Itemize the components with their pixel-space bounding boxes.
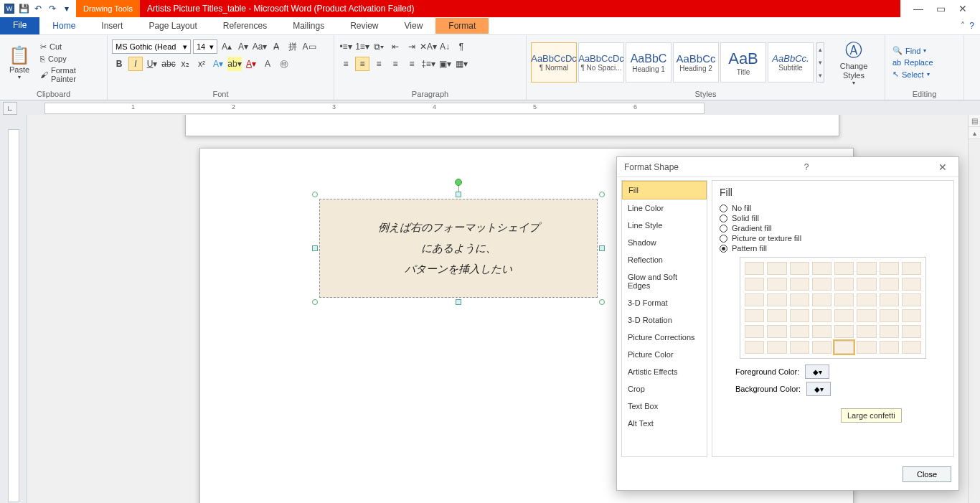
pattern-swatch[interactable] [790,341,809,354]
pattern-swatch[interactable] [767,325,786,338]
radio-gradient-fill[interactable]: Gradient fill [720,224,946,232]
redo-icon[interactable]: ↷ [47,4,57,14]
horizontal-ruler[interactable]: 1 2 3 4 5 6 [44,103,705,114]
italic-button[interactable]: I [128,57,143,71]
highlight-icon[interactable]: ab▾ [227,57,242,71]
line-spacing-icon[interactable]: ‡≡▾ [421,57,435,71]
pattern-swatch[interactable] [880,341,899,354]
tab-insert[interactable]: Insert [88,18,136,34]
find-button[interactable]: 🔍Find▾ [890,45,936,56]
replace-button[interactable]: abReplace [890,57,936,67]
pattern-swatch[interactable] [857,309,876,322]
pattern-swatch[interactable] [767,262,786,275]
pattern-swatch[interactable] [767,309,786,322]
superscript-button[interactable]: x² [194,57,209,71]
pattern-swatch[interactable] [857,293,876,306]
font-size-combo[interactable]: 14▾ [193,39,217,54]
pattern-swatch[interactable] [834,278,854,291]
file-tab[interactable]: File [0,17,39,34]
nav-fill[interactable]: Fill [622,181,707,199]
pattern-swatch[interactable] [902,293,921,306]
tab-view[interactable]: View [392,18,436,34]
resize-handle-n[interactable] [456,192,461,197]
nav-shadow[interactable]: Shadow [622,234,707,251]
close-button[interactable]: Close [903,466,951,482]
pattern-swatch[interactable] [902,341,921,354]
grow-font-icon[interactable]: A▴ [220,39,234,54]
justify-icon[interactable]: ≡ [388,57,402,71]
tab-review[interactable]: Review [337,18,391,34]
pattern-swatch[interactable] [857,341,876,354]
font-name-combo[interactable]: MS Gothic (Head▾ [112,39,191,54]
change-case-icon[interactable]: Aa▾ [253,39,267,54]
vertical-scrollbar[interactable]: ▤ ▴ [968,115,980,503]
shrink-font-icon[interactable]: A▾ [236,39,250,54]
style-no-spacing[interactable]: AaBbCcDc¶ No Spaci... [578,42,624,83]
style-subtitle[interactable]: AaBbCc.Subtitle [768,42,814,83]
qat-dropdown-icon[interactable]: ▾ [62,4,72,14]
resize-handle-ne[interactable] [599,192,605,197]
pattern-swatch[interactable] [767,278,786,291]
styles-gallery[interactable]: AaBbCcDc¶ Normal AaBbCcDc¶ No Spaci... A… [531,42,814,83]
tab-references[interactable]: References [210,18,280,34]
cut-button[interactable]: ✂Cut [37,42,103,52]
format-painter-button[interactable]: 🖌Format Painter [37,65,103,84]
pattern-swatch[interactable] [790,325,809,338]
pattern-swatch[interactable] [812,325,831,338]
character-shading-icon[interactable]: A [260,57,275,71]
close-window-icon[interactable]: ✕ [958,3,967,14]
pattern-swatch[interactable] [880,309,899,322]
dialog-close-icon[interactable]: ✕ [934,161,951,173]
pattern-swatch[interactable] [834,341,854,354]
pattern-swatch[interactable] [790,293,809,306]
resize-handle-e[interactable] [599,245,605,251]
undo-icon[interactable]: ↶ [33,4,43,14]
ruler-toggle-icon[interactable]: ▤ [969,115,980,127]
decrease-indent-icon[interactable]: ⇤ [388,39,402,54]
pattern-swatch[interactable] [880,325,899,338]
nav-crop[interactable]: Crop [622,380,707,398]
pattern-swatch[interactable] [745,262,764,275]
pattern-swatch[interactable] [812,341,831,354]
pattern-swatch[interactable] [880,278,899,291]
copy-button[interactable]: ⎘Copy [37,54,103,64]
pattern-swatch[interactable] [834,293,854,306]
scroll-up-icon[interactable]: ▴ [969,127,980,139]
pattern-swatch[interactable] [857,278,876,291]
pattern-swatch[interactable] [790,309,809,322]
subscript-button[interactable]: x₂ [178,57,192,71]
pattern-swatch[interactable] [745,293,764,306]
minimize-icon[interactable]: — [913,3,923,14]
radio-no-fill[interactable]: No fill [720,204,946,212]
style-normal[interactable]: AaBbCcDc¶ Normal [531,42,577,83]
text-direction-icon[interactable]: ✕A▾ [421,39,435,54]
phonetic-guide-icon[interactable]: 拼 [286,39,300,54]
pattern-swatch[interactable] [812,262,831,275]
nav-picture-color[interactable]: Picture Color [622,346,707,363]
dialog-titlebar[interactable]: Format Shape ? ✕ [617,157,958,177]
distributed-icon[interactable]: ≡ [405,57,419,71]
tab-selector[interactable]: ∟ [3,102,17,115]
pattern-swatch[interactable] [880,262,899,275]
pattern-swatch[interactable] [902,278,921,291]
tab-mailings[interactable]: Mailings [280,18,337,34]
select-button[interactable]: ↖Select▾ [890,69,936,80]
pattern-swatch[interactable] [834,262,854,275]
underline-button[interactable]: U▾ [145,57,159,71]
pattern-swatch[interactable] [812,293,831,306]
styles-scroll-icons[interactable]: ▴▾▾ [816,42,824,83]
increase-indent-icon[interactable]: ⇥ [405,39,419,54]
change-styles-button[interactable]: Ⓐ Change Styles ▾ [827,37,880,87]
radio-picture-fill[interactable]: Picture or texture fill [720,234,946,243]
pattern-swatch[interactable] [902,325,921,338]
text-box-shape[interactable]: 例えば右のフォーマットシェイプ にあるように、 パターンを挿入したい [315,194,602,302]
word-app-icon[interactable]: W [4,4,14,14]
style-heading1[interactable]: AaBbCHeading 1 [626,42,672,83]
align-center-icon[interactable]: ≡ [355,57,369,71]
strikethrough-button[interactable]: abc [161,57,176,71]
numbering-icon[interactable]: 1≡▾ [355,39,369,54]
borders-icon[interactable]: ▦▾ [454,57,468,71]
resize-handle-w[interactable] [312,245,318,251]
resize-handle-nw[interactable] [312,192,318,197]
vertical-ruler[interactable] [8,129,19,502]
